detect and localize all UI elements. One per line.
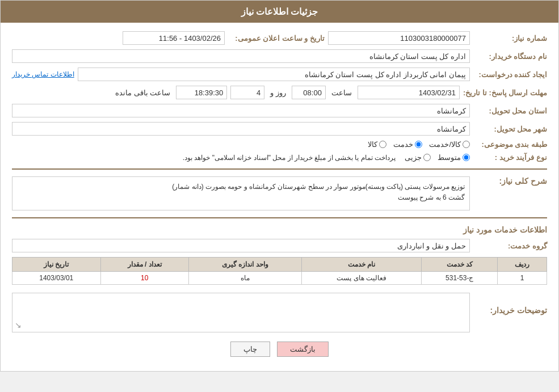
tabaqe-khidmat[interactable]: خدمت [393, 140, 422, 149]
table-row: 1 ج-53-531 فعالیت های پست ماه 10 1403/03… [12, 272, 547, 285]
tarikh-label: تاریخ و ساعت اعلان عمومی: [228, 34, 325, 43]
nam-dastgah-value: اداره کل پست استان کرمانشاه [12, 49, 470, 63]
nam-dastgah-label: نام دستگاه خریدار: [473, 52, 547, 61]
tozihat-label: توضیحات خریدار: [473, 306, 547, 315]
mohlat-date: 1403/02/31 [358, 86, 460, 99]
resize-arrow: ↘ [15, 321, 22, 330]
shomara-niaz-label: شماره نیاز: [473, 34, 547, 43]
mohlat-saat-label: ساعت [331, 88, 352, 97]
noe-motavasset[interactable]: متوسط [438, 153, 470, 162]
tabaqe-kala-khidmat[interactable]: کالا/خدمت [429, 140, 470, 149]
divider-2 [12, 217, 547, 218]
tarikh-value: 1403/02/26 - 11:56 [123, 31, 225, 45]
th-date: تاریخ نیاز [12, 258, 101, 272]
th-radif: ردیف [498, 258, 547, 272]
tabaqe-kala[interactable]: کالا [368, 140, 386, 149]
tozihat-box: ↘ [12, 293, 470, 332]
shomara-niaz-value: 1103003180000077 [328, 31, 470, 45]
mohlat-label: مهلت ارسال پاسخ: تا تاریخ: [463, 88, 547, 97]
mohlat-baqi-value: 18:39:30 [176, 86, 227, 99]
back-button[interactable]: بازگشت [277, 342, 329, 357]
ijad-label: ایجاد کننده درخواست: [473, 70, 547, 79]
noe-farayand-notice: پرداخت تمام یا بخشی از مبلغ خریدار از مح… [183, 154, 396, 162]
print-button[interactable]: چاپ [230, 342, 270, 357]
noe-farayand-label: نوع فرآیند خرید : [473, 153, 547, 162]
mohlat-rooz-label: روز و [270, 88, 286, 97]
page-header: جزئیات اطلاعات نیاز [1, 1, 558, 23]
ostan-label: استان محل تحویل: [473, 107, 547, 115]
tabaqe-radio-group: کالا/خدمت خدمت کالا [368, 140, 470, 149]
contact-link[interactable]: اطلاعات تماس خریدار [12, 70, 74, 78]
shahr-label: شهر محل تحویل: [473, 125, 547, 133]
service-table: ردیف کد خدمت نام خدمت واحد اندازه گیری ت… [12, 257, 547, 285]
ostan-value: کرمانشاه [12, 104, 470, 117]
th-name: نام خدمت [302, 258, 422, 272]
noe-farayand-radio-group: متوسط جزیی [405, 153, 470, 162]
ijad-value: پیمان امانی کاربرداز اداره کل پست استان … [78, 68, 470, 81]
th-count: تعداد / مقدار [100, 258, 188, 272]
grooh-value: حمل و نقل و انبارداری [12, 239, 470, 252]
divider-1 [12, 168, 547, 170]
sharh-value: توزیع مرسولات پستی (پاکت وبسته)موتور سوا… [12, 176, 470, 210]
mohlat-rooz-value: 4 [230, 86, 264, 99]
tabaqe-label: طبقه بندی موضوعی: [473, 140, 547, 149]
service-info-title: اطلاعات خدمات مورد نیاز [12, 225, 547, 234]
th-unit: واحد اندازه گیری [188, 258, 301, 272]
button-row: بازگشت چاپ [12, 342, 547, 357]
mohlat-baqi-label: ساعت باقی مانده [115, 88, 170, 97]
page-title: جزئیات اطلاعات نیاز [241, 7, 318, 16]
noe-jozi[interactable]: جزیی [405, 153, 431, 162]
shahr-value: کرمانشاه [12, 122, 470, 136]
sharh-label: شرح کلی نیاز: [473, 176, 547, 186]
mohlat-saat-value: 08:00 [292, 86, 326, 99]
grooh-label: گروه خدمت: [473, 242, 547, 250]
th-code: کد خدمت [422, 258, 498, 272]
